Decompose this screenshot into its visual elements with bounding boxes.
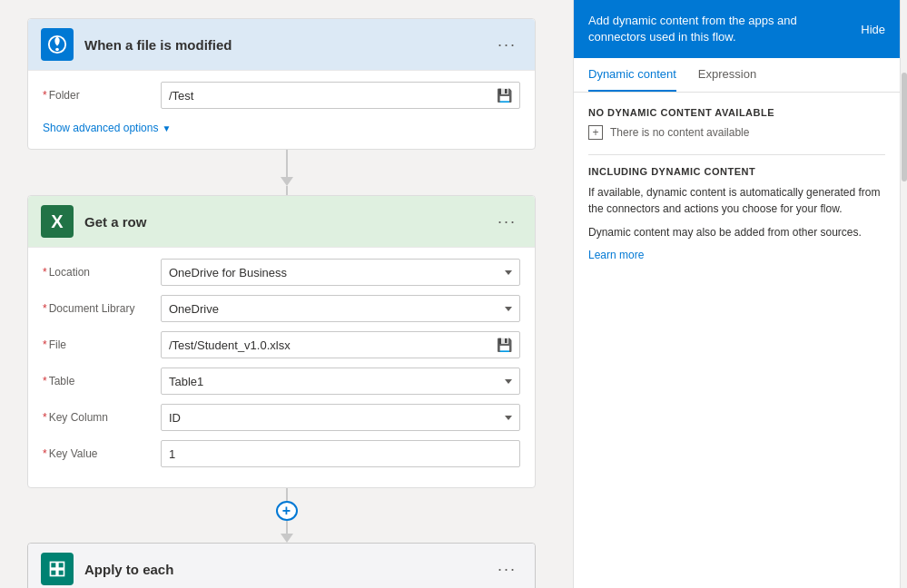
doc-library-dropdown[interactable]: OneDrive: [161, 295, 520, 322]
panel-header: Add dynamic content from the apps and co…: [574, 0, 900, 58]
doc-library-label: *Document Library: [43, 302, 161, 315]
table-chevron-icon: [505, 379, 512, 384]
tab-expression[interactable]: Expression: [698, 58, 756, 92]
scrollbar[interactable]: [900, 0, 907, 588]
chevron-down-icon: ▼: [162, 123, 171, 133]
connector-plus: +: [27, 488, 546, 543]
key-column-dropdown[interactable]: ID: [161, 404, 520, 431]
folder-input[interactable]: /Test 💾: [161, 82, 520, 109]
connector-top-line: [286, 488, 288, 501]
trigger-title: When a file is modified: [84, 37, 492, 53]
key-column-chevron-icon: [505, 416, 512, 420]
svg-rect-4: [51, 570, 57, 576]
panel-body: NO DYNAMIC CONTENT AVAILABLE + There is …: [574, 93, 900, 588]
key-value-label: *Key Value: [43, 447, 161, 460]
table-row: *Table Table1: [43, 368, 520, 395]
including-dynamic-title: INCLUDING DYNAMIC CONTENT: [588, 166, 885, 177]
get-row-card: X Get a row ··· *Location OneDrive for B…: [27, 195, 536, 488]
doc-library-chevron-icon: [505, 307, 512, 311]
add-step-button[interactable]: +: [276, 501, 298, 521]
folder-row: *Folder /Test 💾: [43, 82, 520, 109]
location-dropdown[interactable]: OneDrive for Business: [161, 259, 520, 286]
table-dropdown[interactable]: Table1: [161, 368, 520, 395]
location-chevron-icon: [505, 270, 512, 275]
panel-tabs: Dynamic content Expression: [574, 58, 900, 93]
get-row-menu[interactable]: ···: [492, 211, 522, 233]
get-row-header: X Get a row ···: [28, 196, 535, 248]
key-value-input[interactable]: 1: [161, 440, 520, 467]
file-label: *File: [43, 338, 161, 351]
right-panel: Add dynamic content from the apps and co…: [573, 0, 900, 588]
location-label: *Location: [43, 266, 161, 279]
apply-to-each-card: Apply to each ··· * Select an output fro…: [27, 543, 536, 588]
get-row-body: *Location OneDrive for Business *Documen…: [28, 248, 535, 487]
get-row-title: Get a row: [84, 214, 492, 230]
trigger-menu[interactable]: ···: [492, 34, 522, 56]
trigger-card: When a file is modified ··· *Folder /Tes…: [27, 18, 536, 150]
table-label: *Table: [43, 375, 161, 387]
connector-bottom-line: [286, 521, 288, 534]
svg-rect-2: [51, 563, 57, 569]
key-column-label: *Key Column: [43, 411, 161, 424]
svg-point-1: [55, 48, 59, 52]
hide-button[interactable]: Hide: [861, 23, 885, 36]
key-value-row: *Key Value 1: [43, 440, 520, 467]
apply-to-each-header: Apply to each ···: [28, 544, 535, 588]
trigger-body: *Folder /Test 💾 Show advanced options ▼: [28, 71, 535, 149]
connector-1: [27, 150, 546, 195]
including-text-2: Dynamic content may also be added from o…: [588, 224, 885, 240]
tab-dynamic-content[interactable]: Dynamic content: [588, 58, 676, 92]
plus-square-icon: +: [588, 125, 603, 140]
no-content-box: + There is no content available: [588, 125, 885, 140]
svg-rect-5: [58, 570, 64, 576]
file-browse-icon: 💾: [497, 338, 512, 352]
trigger-icon: [41, 28, 74, 61]
panel-divider: [588, 154, 885, 155]
doc-library-row: *Document Library OneDrive: [43, 295, 520, 322]
location-row: *Location OneDrive for Business: [43, 259, 520, 286]
file-row: *File /Test/Student_v1.0.xlsx 💾: [43, 331, 520, 358]
including-text-1: If available, dynamic content is automat…: [588, 184, 885, 217]
show-advanced-button[interactable]: Show advanced options ▼: [43, 118, 520, 138]
learn-more-link[interactable]: Learn more: [588, 249, 644, 261]
file-input[interactable]: /Test/Student_v1.0.xlsx 💾: [161, 331, 520, 358]
trigger-card-header: When a file is modified ···: [28, 19, 535, 71]
connector-arrow-icon: [281, 534, 293, 543]
apply-to-each-title: Apply to each: [84, 562, 492, 577]
apply-icon: [41, 553, 74, 585]
apply-to-each-menu[interactable]: ···: [492, 558, 522, 581]
excel-icon: X: [41, 205, 74, 238]
folder-icon: 💾: [497, 88, 512, 103]
no-content-text: There is no content available: [610, 126, 749, 139]
no-dynamic-title: NO DYNAMIC CONTENT AVAILABLE: [588, 107, 885, 118]
arrow-down-icon: [281, 177, 293, 186]
panel-header-text: Add dynamic content from the apps and co…: [588, 13, 850, 45]
svg-rect-3: [58, 563, 64, 569]
folder-label: *Folder: [43, 89, 161, 102]
scrollbar-thumb[interactable]: [902, 73, 907, 181]
key-column-row: *Key Column ID: [43, 404, 520, 431]
main-canvas: When a file is modified ··· *Folder /Tes…: [0, 0, 573, 588]
